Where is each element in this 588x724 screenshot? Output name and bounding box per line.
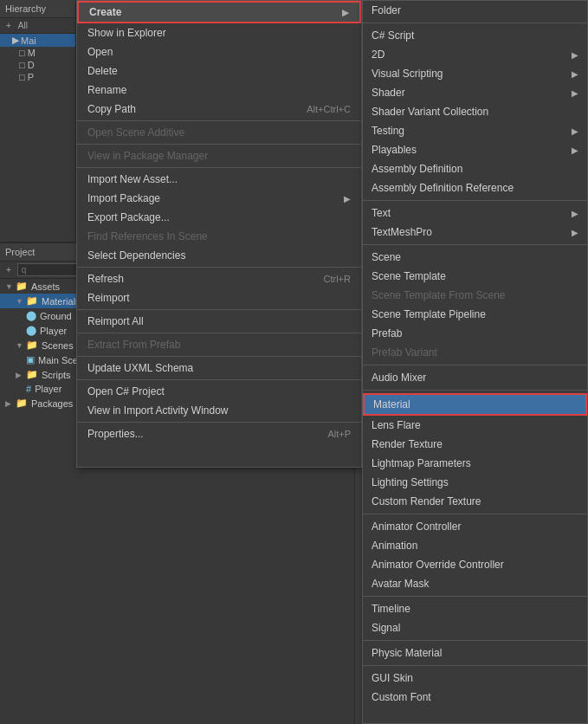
submenu-item-textmeshpro[interactable]: TextMeshPro ▶ [363,223,587,242]
separator-1 [77,120,361,121]
submenu-item-physic-material[interactable]: Physic Material [363,643,587,663]
menu-item-export-package[interactable]: Export Package... [77,208,361,227]
submenu-item-assembly-def[interactable]: Assembly Definition [363,159,587,178]
separator-5 [77,309,361,310]
menu-item-rename[interactable]: Rename [77,81,361,100]
folder-icon: 📁 [26,369,38,380]
submenu-item-prefab[interactable]: Prefab [363,324,587,343]
submenu-item-signal[interactable]: Signal [363,618,587,637]
expand-arrow: ▼ [5,282,12,291]
separator-9 [77,422,361,423]
hierarchy-all-btn[interactable]: All [16,20,30,31]
script-icon: # [26,384,31,394]
text-arrow: ▶ [572,209,578,218]
menu-item-properties[interactable]: Properties... Alt+P [77,424,361,443]
sub-separator-4 [363,365,587,365]
expand-arrow: ▶ [16,371,23,379]
submenu-item-lens-flare[interactable]: Lens Flare [363,416,587,435]
create-arrow: ▶ [342,8,349,17]
sub-separator-7 [363,596,587,597]
menu-item-reimport-all[interactable]: Reimport All [77,312,361,331]
menu-item-select-dependencies[interactable]: Select Dependencies [77,246,361,265]
menu-item-open[interactable]: Open [77,42,361,61]
context-menu-left: Create ▶ Show in Explorer Open Delete Re… [76,0,362,468]
menu-item-open-csharp[interactable]: Open C# Project [77,382,361,401]
submenu-item-custom-font[interactable]: Custom Font [363,688,587,707]
sub-separator-8 [363,640,587,641]
hierarchy-item-main[interactable]: ▶ Mai [0,34,75,47]
expand-arrow: ▼ [16,341,23,350]
menu-item-open-scene-additive: Open Scene Additive [77,123,361,142]
prefab-icon: ⬤ [26,310,36,321]
folder-icon: 📁 [26,295,38,307]
hierarchy-item-p[interactable]: □ P [0,71,75,83]
separator-6 [77,333,361,333]
submenu-item-scene[interactable]: Scene [363,248,587,267]
separator-3 [77,167,361,168]
sub-separator-9 [363,665,587,666]
expand-icon: ▶ [12,35,19,46]
submenu-item-text[interactable]: Text ▶ [363,204,587,223]
hierarchy-add-btn[interactable]: + [3,20,14,31]
sub-separator-1 [363,23,587,23]
sub-separator-5 [363,390,587,391]
submenu-item-assembly-def-ref[interactable]: Assembly Definition Reference [363,178,587,197]
submenu-item-scene-template[interactable]: Scene Template [363,267,587,286]
expand-arrow: ▶ [5,399,12,408]
submenu-item-lighting-settings[interactable]: Lighting Settings [363,473,587,492]
submenu-item-animator-override[interactable]: Animator Override Controller [363,555,587,574]
submenu-item-custom-render-texture[interactable]: Custom Render Texture [363,492,587,511]
menu-item-import-package[interactable]: Import Package ▶ [77,189,361,208]
sub-separator-2 [363,200,587,201]
hierarchy-item-d[interactable]: □ D [0,59,75,71]
hierarchy-toolbar: + All [0,18,75,34]
submenu-item-scene-template-from-scene: Scene Template From Scene [363,286,587,305]
submenu-item-csharp-script[interactable]: C# Script [363,26,587,45]
submenu-item-scene-template-pipeline[interactable]: Scene Template Pipeline [363,305,587,324]
menu-item-show-explorer[interactable]: Show in Explorer [77,23,361,42]
hierarchy-header: Hierarchy [0,0,75,18]
submenu-item-avatar-mask[interactable]: Avatar Mask [363,574,587,593]
submenu-item-render-texture[interactable]: Render Texture [363,435,587,454]
submenu-item-animation[interactable]: Animation [363,536,587,555]
submenu-item-playables[interactable]: Playables ▶ [363,140,587,159]
sub-separator-6 [363,514,587,514]
folder-icon: 📁 [16,281,28,292]
submenu-item-animator-controller[interactable]: Animator Controller [363,517,587,536]
submenu-item-2d[interactable]: 2D ▶ [363,45,587,64]
expand-arrow: ▼ [16,297,23,306]
separator-2 [77,144,361,145]
menu-item-view-import-activity[interactable]: View in Import Activity Window [77,401,361,420]
submenu-item-shader[interactable]: Shader ▶ [363,83,587,102]
submenu-item-gui-skin[interactable]: GUI Skin [363,669,587,688]
submenu-item-timeline[interactable]: Timeline [363,599,587,618]
menu-item-copy-path[interactable]: Copy Path Alt+Ctrl+C [77,100,361,119]
context-menu-right: Folder C# Script 2D ▶ Visual Scripting ▶… [362,0,588,724]
testing-arrow: ▶ [572,126,578,136]
submenu-item-prefab-variant: Prefab Variant [363,343,587,362]
separator-7 [77,356,361,357]
menu-item-update-uxml[interactable]: Update UXML Schema [77,359,361,378]
submenu-item-material[interactable]: Material [363,393,587,416]
submenu-item-visual-scripting[interactable]: Visual Scripting ▶ [363,64,587,83]
hierarchy-panel: Hierarchy + All ▶ Mai □ M □ D □ P [0,0,76,242]
menu-item-delete[interactable]: Delete [77,61,361,81]
playables-arrow: ▶ [572,145,578,155]
hierarchy-item-m[interactable]: □ M [0,47,75,59]
submenu-item-folder[interactable]: Folder [363,1,587,20]
submenu-item-audio-mixer[interactable]: Audio Mixer [363,368,587,387]
submenu-item-lightmap-params[interactable]: Lightmap Parameters [363,454,587,473]
project-add-btn[interactable]: + [3,264,14,275]
menu-item-reimport[interactable]: Reimport [77,288,361,307]
import-package-arrow: ▶ [344,194,351,204]
menu-item-refresh[interactable]: Refresh Ctrl+R [77,269,361,288]
2d-arrow: ▶ [572,50,578,60]
create-label: Create [89,6,121,18]
hierarchy-title: Hierarchy [5,3,46,14]
menu-item-create[interactable]: Create ▶ [77,1,361,23]
menu-item-import-new-asset[interactable]: Import New Asset... [77,170,361,189]
submenu-item-shader-variant[interactable]: Shader Variant Collection [363,102,587,121]
submenu-item-testing[interactable]: Testing ▶ [363,121,587,140]
separator-4 [77,267,361,268]
folder-icon: 📁 [26,339,38,351]
